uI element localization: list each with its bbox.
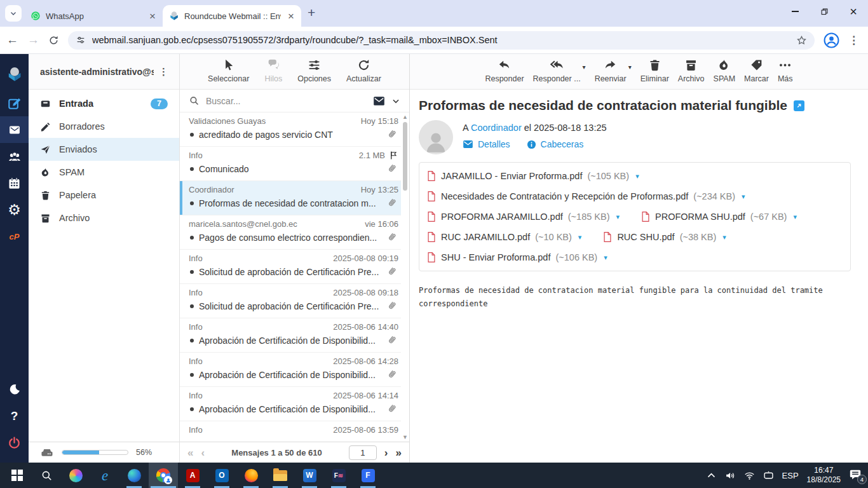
taskbar-f-app-icon[interactable]: F <box>353 463 383 488</box>
taskbar-firefox-icon[interactable] <box>236 463 266 488</box>
close-button[interactable]: × <box>839 0 868 23</box>
rail-contacts-icon[interactable] <box>0 143 29 170</box>
attachment-item[interactable]: RUC JARAMILLO.pdf(~10 KB)▾ <box>427 227 603 247</box>
msg-eliminar-button[interactable]: Eliminar <box>641 58 669 83</box>
message-row[interactable]: Info2025-08-06 14:28Aprobación de Certif… <box>180 353 401 387</box>
notification-center-icon[interactable]: 4 <box>849 469 863 482</box>
search-options-chevron-icon[interactable] <box>391 97 400 105</box>
wifi-icon[interactable] <box>744 470 755 481</box>
attachment-menu-caret-icon[interactable]: ▾ <box>616 213 620 221</box>
attachment-menu-caret-icon[interactable]: ▾ <box>793 213 797 221</box>
rail-roundcube-logo[interactable] <box>0 59 29 90</box>
language-indicator[interactable]: ESP <box>782 471 799 480</box>
taskbar-copilot-icon[interactable] <box>61 463 90 488</box>
rail-logout-power-icon[interactable] <box>0 430 29 456</box>
rail-settings-gear-icon[interactable]: ⚙ <box>0 196 29 223</box>
next-page-button[interactable]: › <box>384 447 388 458</box>
attachment-item[interactable]: PROFORMA SHU.pdf(~67 KB)▾ <box>641 207 818 227</box>
reload-icon[interactable] <box>48 35 59 46</box>
scroll-down-icon[interactable]: ▼ <box>402 434 408 440</box>
dropdown-caret-icon[interactable]: ▾ <box>583 64 586 71</box>
attachment-menu-caret-icon[interactable]: ▾ <box>604 254 607 262</box>
folder-item-entrada[interactable]: Entrada7 <box>29 92 179 115</box>
list-opciones-button[interactable]: Opciones <box>297 58 331 83</box>
message-row[interactable]: Info2025-08-08 09:19Solicitud de aprobac… <box>180 250 401 284</box>
folder-item-archivo[interactable]: Archivo <box>29 207 179 229</box>
attachment-menu-caret-icon[interactable]: ▾ <box>722 233 726 241</box>
message-row[interactable]: Info2025-08-06 14:40Aprobación de Certif… <box>180 318 401 353</box>
taskbar-search-icon[interactable] <box>32 463 61 488</box>
first-page-button[interactable]: « <box>187 447 193 458</box>
list-seleccionar-button[interactable]: Seleccionar <box>208 58 249 83</box>
search-scope-mail-icon[interactable] <box>373 96 385 106</box>
taskbar-start-icon[interactable] <box>3 463 32 488</box>
volume-icon[interactable] <box>725 470 736 481</box>
minimize-button[interactable] <box>780 0 810 23</box>
message-row[interactable]: Info2.1 MBComunicado <box>180 147 401 181</box>
list-actualizar-button[interactable]: Actualizar <box>346 58 381 83</box>
msg-spam-button[interactable]: SPAM <box>714 58 736 83</box>
rail-mail-icon[interactable] <box>0 116 29 143</box>
bookmark-star-icon[interactable] <box>796 35 807 46</box>
scrollbar-thumb[interactable] <box>403 122 407 191</box>
taskbar-edge-icon[interactable] <box>119 463 149 488</box>
search-input[interactable] <box>206 96 367 106</box>
details-button[interactable]: Detalles <box>463 139 510 149</box>
rail-help-icon[interactable]: ? <box>0 403 29 430</box>
page-number-input[interactable] <box>349 445 377 460</box>
dropdown-caret-icon[interactable]: ▾ <box>628 64 632 71</box>
tab-close-icon[interactable]: × <box>147 11 158 22</box>
msg-archivo-button[interactable]: Archivo <box>678 58 705 83</box>
taskbar-fs-app-icon[interactable]: F≋ <box>324 463 353 488</box>
tab-close-icon[interactable]: × <box>286 11 296 22</box>
msg-reenviar-button[interactable]: Reenviar <box>595 58 627 83</box>
site-settings-icon[interactable] <box>76 35 86 45</box>
msg-responder-button[interactable]: Responder <box>485 58 524 83</box>
url-omnibox[interactable]: webmail.sanjuan.gob.ec/cpsess0751905572/… <box>68 31 815 50</box>
attachment-menu-caret-icon[interactable]: ▾ <box>635 172 639 180</box>
open-in-new-window-icon[interactable] <box>794 100 804 111</box>
attachment-item[interactable]: SHU - Enviar Proforma.pdf(~106 KB)▾ <box>427 247 629 268</box>
rail-cpanel-icon[interactable]: cP <box>0 223 29 250</box>
taskbar-explorer-icon[interactable] <box>266 463 295 488</box>
message-row[interactable]: CoordinadorHoy 13:25Proformas de necesid… <box>180 181 401 215</box>
scroll-up-icon[interactable]: ▲ <box>402 114 408 120</box>
msg-responder-button[interactable]: Responder ... <box>533 58 581 83</box>
back-icon[interactable]: ← <box>6 33 18 47</box>
attachment-item[interactable]: JARAMILLO - Enviar Proforma.pdf(~105 KB)… <box>427 166 661 186</box>
folder-item-enviados[interactable]: Enviados <box>29 138 179 161</box>
attachment-menu-caret-icon[interactable]: ▾ <box>742 193 745 201</box>
taskbar-acrobat-icon[interactable]: A <box>178 463 207 488</box>
message-row[interactable]: Info2025-08-06 13:59 <box>180 421 401 442</box>
profile-avatar-icon[interactable] <box>824 32 839 48</box>
rail-dark-mode-moon-icon[interactable] <box>0 376 29 403</box>
attachment-menu-caret-icon[interactable]: ▾ <box>578 233 582 241</box>
message-row[interactable]: Validaciones GuayasHoy 15:18acreditado d… <box>180 112 401 147</box>
browser-menu-icon[interactable]: ⋮ <box>848 34 859 47</box>
clock[interactable]: 16:47 18/8/2025 <box>807 466 841 485</box>
msg-m-s-button[interactable]: Más <box>778 58 793 83</box>
folder-item-borradores[interactable]: Borradores <box>29 115 179 138</box>
forward-icon[interactable]: → <box>27 33 39 47</box>
recipient-link[interactable]: Coordinador <box>471 123 522 133</box>
tray-expand-icon[interactable] <box>706 470 717 481</box>
cast-icon[interactable] <box>763 470 774 481</box>
taskbar-word-icon[interactable]: W <box>295 463 324 488</box>
rail-compose-icon[interactable] <box>0 90 29 116</box>
attachment-item[interactable]: RUC SHU.pdf(~38 KB)▾ <box>603 227 747 247</box>
tab-roundcube[interactable]: Roundcube Webmail :: Enviados × <box>163 5 301 27</box>
message-row[interactable]: Info2025-08-06 14:14Aprobación de Certif… <box>180 387 401 421</box>
headers-button[interactable]: Cabeceras <box>527 139 584 149</box>
folder-item-papelera[interactable]: Papelera <box>29 184 179 207</box>
msg-marcar-button[interactable]: Marcar <box>744 58 769 83</box>
restore-button[interactable] <box>810 0 839 23</box>
account-header[interactable]: asistente-administrativo@sa... ⋮ <box>29 54 179 90</box>
folder-item-spam[interactable]: SPAM <box>29 161 179 184</box>
message-row[interactable]: maricela.santos@cnel.gob.ecvie 16:06Pago… <box>180 215 401 250</box>
taskbar-outlook-icon[interactable]: O <box>207 463 236 488</box>
attachment-item[interactable]: Necesidades de Contratación y Recepción … <box>427 186 767 207</box>
rail-calendar-icon[interactable] <box>0 170 29 196</box>
tab-search-button[interactable] <box>5 5 22 22</box>
taskbar-chrome-icon[interactable] <box>149 463 178 488</box>
prev-page-button[interactable]: ‹ <box>201 447 205 458</box>
